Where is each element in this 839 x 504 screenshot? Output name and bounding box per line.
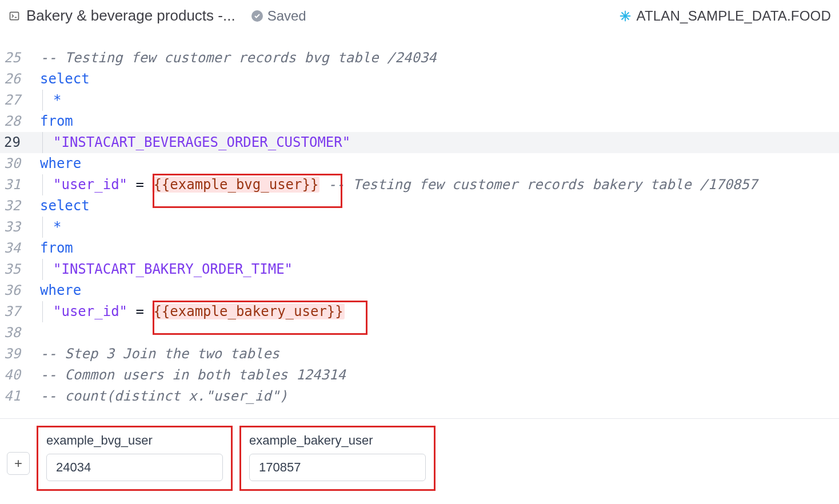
snowflake-icon (618, 9, 632, 23)
code-content[interactable]: "INSTACART_BEVERAGES_ORDER_CUSTOMER" (34, 132, 839, 153)
template-variable: {{example_bakery_user}} (152, 303, 344, 319)
code-content[interactable]: * (34, 90, 839, 111)
parameter-box: example_bvg_user (37, 426, 233, 491)
template-variable: {{example_bvg_user}} (152, 177, 319, 193)
line-number: 31 (0, 174, 34, 195)
code-line[interactable]: 36where (0, 280, 839, 301)
code-content[interactable]: "INSTACART_BAKERY_ORDER_TIME" (34, 259, 839, 280)
code-content[interactable]: where (34, 280, 839, 301)
code-content[interactable]: -- Testing few customer records bvg tabl… (34, 47, 839, 69)
code-content[interactable]: "user_id" = {{example_bakery_user}} (34, 301, 839, 322)
check-circle-icon (251, 10, 263, 22)
code-line[interactable]: 27* (0, 90, 839, 111)
code-line[interactable]: 31"user_id" = {{example_bvg_user}} -- Te… (0, 174, 839, 195)
parameter-box: example_bakery_user (239, 426, 436, 491)
code-content[interactable]: -- count(distinct x."user_id") (34, 386, 839, 407)
code-line[interactable]: 37"user_id" = {{example_bakery_user}} (0, 301, 839, 322)
line-number: 28 (0, 111, 34, 132)
terminal-icon (8, 10, 21, 22)
query-title[interactable]: Bakery & beverage products -... (26, 7, 235, 25)
parameter-label: example_bakery_user (249, 433, 426, 448)
line-number: 34 (0, 238, 34, 259)
saved-status: Saved (251, 8, 306, 24)
line-number: 37 (0, 301, 34, 322)
header-left: Bakery & beverage products -... Saved (8, 7, 613, 25)
code-line[interactable]: 32select (0, 195, 839, 217)
code-content[interactable]: "user_id" = {{example_bvg_user}} -- Test… (34, 174, 839, 195)
code-line[interactable]: 25-- Testing few customer records bvg ta… (0, 47, 839, 69)
code-line[interactable]: 26select (0, 69, 839, 90)
code-content[interactable]: from (34, 111, 839, 132)
line-number: 39 (0, 343, 34, 365)
code-content[interactable]: from (34, 238, 839, 259)
code-content[interactable]: where (34, 153, 839, 174)
code-content[interactable]: -- Step 3 Join the two tables (34, 343, 839, 365)
code-line[interactable]: 30where (0, 153, 839, 174)
line-number: 29 (0, 132, 34, 153)
code-content[interactable]: -- Common users in both tables 124314 (34, 365, 839, 386)
database-context[interactable]: ATLAN_SAMPLE_DATA.FOOD (618, 8, 831, 24)
code-content[interactable] (34, 322, 839, 343)
code-line[interactable]: 38 (0, 322, 839, 343)
code-line[interactable]: 28from (0, 111, 839, 132)
parameter-input[interactable] (249, 454, 426, 481)
sql-editor[interactable]: 25-- Testing few customer records bvg ta… (0, 30, 839, 416)
code-content[interactable]: * (34, 217, 839, 238)
line-number: 36 (0, 280, 34, 301)
line-number: 25 (0, 47, 34, 69)
parameter-label: example_bvg_user (46, 433, 223, 448)
saved-label: Saved (267, 8, 306, 24)
code-line[interactable]: 40-- Common users in both tables 124314 (0, 365, 839, 386)
code-line[interactable]: 39-- Step 3 Join the two tables (0, 343, 839, 365)
line-number: 32 (0, 195, 34, 217)
line-number: 33 (0, 217, 34, 238)
line-number: 40 (0, 365, 34, 386)
line-number: 35 (0, 259, 34, 280)
line-number: 26 (0, 69, 34, 90)
svg-rect-0 (10, 12, 19, 19)
line-number: 30 (0, 153, 34, 174)
code-content[interactable]: select (34, 195, 839, 217)
parameter-input[interactable] (46, 454, 223, 481)
code-line[interactable]: 29"INSTACART_BEVERAGES_ORDER_CUSTOMER" (0, 132, 839, 153)
parameter-bar: + example_bvg_userexample_bakery_user (0, 418, 839, 498)
code-line[interactable]: 33* (0, 217, 839, 238)
code-line[interactable]: 41-- count(distinct x."user_id") (0, 386, 839, 407)
editor-header: Bakery & beverage products -... Saved AT… (0, 0, 839, 30)
line-number: 41 (0, 386, 34, 407)
line-number: 38 (0, 322, 34, 343)
add-parameter-button[interactable]: + (7, 452, 30, 475)
code-line[interactable]: 34from (0, 238, 839, 259)
line-number: 27 (0, 90, 34, 111)
code-content[interactable]: select (34, 69, 839, 90)
code-line[interactable]: 35"INSTACART_BAKERY_ORDER_TIME" (0, 259, 839, 280)
database-name: ATLAN_SAMPLE_DATA.FOOD (637, 8, 831, 24)
